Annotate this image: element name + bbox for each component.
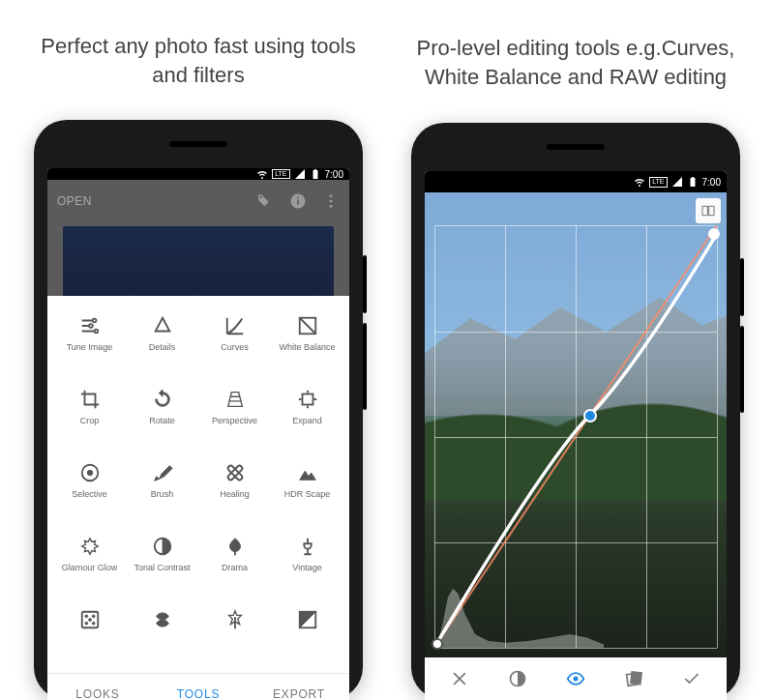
svg-rect-29 <box>631 672 641 685</box>
network-label: LTE <box>649 177 667 187</box>
tool-healing[interactable]: Healing <box>198 458 271 526</box>
curve-node-highlight[interactable] <box>708 228 720 240</box>
tool-label: Perspective <box>212 416 257 425</box>
promo-column-right: Pro-level editing tools e.g.Curves, Whit… <box>402 19 750 700</box>
tab-export[interactable]: EXPORT <box>249 674 349 700</box>
tool-glamour-glow[interactable]: Glamour Glow <box>53 532 126 599</box>
tool-label: Glamour Glow <box>62 563 118 572</box>
battery-icon <box>310 168 321 180</box>
tool-label: Tonal Contrast <box>134 563 190 572</box>
tool-label: Brush <box>151 489 174 499</box>
tab-looks[interactable]: LOOKS <box>47 674 148 700</box>
tool-label: Crop <box>80 416 100 425</box>
caption-right: Pro-level editing tools e.g.Curves, Whit… <box>402 19 750 105</box>
tool-label: Vintage <box>292 563 321 572</box>
tool-label: Expand <box>292 416 322 425</box>
svg-point-5 <box>330 205 333 208</box>
overflow-menu-icon[interactable] <box>322 192 340 210</box>
tool-details[interactable]: Details <box>126 311 198 379</box>
network-label: LTE <box>272 169 289 179</box>
svg-point-4 <box>330 200 333 203</box>
svg-point-3 <box>330 194 333 197</box>
clock: 7:00 <box>702 177 721 188</box>
tool-grunge[interactable] <box>198 605 271 673</box>
channel-luminance-button[interactable] <box>489 669 547 688</box>
curves-toolbar <box>425 657 727 700</box>
svg-point-19 <box>84 622 87 625</box>
tool-label: HDR Scape <box>284 489 331 499</box>
svg-rect-10 <box>302 394 313 405</box>
tool-curves[interactable]: Curves <box>198 311 271 379</box>
tool-label: Rotate <box>149 416 175 425</box>
tool-bw[interactable] <box>271 605 343 673</box>
styles-button[interactable] <box>605 669 663 688</box>
svg-point-27 <box>574 677 579 682</box>
svg-point-18 <box>92 615 95 618</box>
tool-crop[interactable]: Crop <box>53 385 126 452</box>
tool-retrolux[interactable] <box>126 605 198 673</box>
curves-editor[interactable] <box>425 192 727 657</box>
open-button[interactable]: OPEN <box>57 194 92 208</box>
tool-label: Drama <box>222 563 248 572</box>
tool-tonal-contrast[interactable]: Tonal Contrast <box>126 532 198 599</box>
caption-left: Perfect any photo fast using tools and f… <box>24 19 372 102</box>
svg-point-6 <box>92 319 96 323</box>
svg-rect-23 <box>702 207 707 216</box>
check-icon <box>682 669 701 688</box>
tool-rotate[interactable]: Rotate <box>126 385 198 452</box>
bottom-tabs: LOOKS TOOLS EXPORT <box>47 673 349 700</box>
tool-selective[interactable]: Selective <box>53 458 126 526</box>
phone-frame-left: LTE 7:00 OPEN <box>34 120 363 700</box>
tab-tools[interactable]: TOOLS <box>148 674 249 700</box>
compare-button[interactable] <box>696 198 721 223</box>
contrast-icon <box>508 669 527 688</box>
tool-drama[interactable]: Drama <box>198 532 271 599</box>
wifi-icon <box>256 168 268 180</box>
eye-icon <box>566 669 585 688</box>
preview-button[interactable] <box>547 669 605 688</box>
svg-rect-24 <box>709 207 714 216</box>
tool-perspective[interactable]: Perspective <box>198 385 271 452</box>
svg-point-12 <box>87 470 93 476</box>
promo-column-left: Perfect any photo fast using tools and f… <box>24 19 372 700</box>
phone-frame-right: LTE 7:00 <box>411 123 740 700</box>
tools-grid: Tune Image Details Curves White Balance … <box>47 296 349 673</box>
tool-white-balance[interactable]: White Balance <box>271 311 343 379</box>
tool-label: Tune Image <box>67 342 113 352</box>
tools-panel: Tune Image Details Curves White Balance … <box>47 296 349 700</box>
dimmed-background: OPEN <box>47 180 349 296</box>
histogram <box>434 580 604 648</box>
cancel-button[interactable] <box>431 669 489 688</box>
tool-tune-image[interactable]: Tune Image <box>53 311 126 379</box>
clock: 7:00 <box>325 169 343 180</box>
svg-point-8 <box>94 330 98 334</box>
svg-point-20 <box>92 622 95 625</box>
tool-label: Healing <box>220 489 250 499</box>
compare-icon <box>700 203 716 219</box>
svg-point-17 <box>84 615 87 618</box>
close-icon <box>450 669 469 688</box>
tool-label: White Balance <box>279 342 335 352</box>
cards-icon <box>624 669 643 688</box>
svg-rect-2 <box>297 197 299 199</box>
tool-vintage[interactable]: Vintage <box>271 532 343 599</box>
tool-grainy-film[interactable] <box>53 605 126 673</box>
battery-icon <box>687 176 699 188</box>
status-bar: LTE 7:00 <box>47 168 349 180</box>
svg-point-7 <box>89 324 93 328</box>
curve-node-shadow[interactable] <box>432 638 443 650</box>
tool-expand[interactable]: Expand <box>271 385 343 452</box>
tool-label: Details <box>149 342 176 352</box>
curve-node-mid[interactable] <box>583 409 597 423</box>
tool-label: Selective <box>72 489 107 499</box>
tool-hdr-scape[interactable]: HDR Scape <box>271 458 343 526</box>
curves-canvas[interactable] <box>434 225 717 648</box>
styles-icon[interactable] <box>256 192 274 210</box>
status-bar: LTE 7:00 <box>425 171 727 192</box>
signal-icon <box>294 168 306 180</box>
tool-label: Curves <box>221 342 249 352</box>
tool-brush[interactable]: Brush <box>126 458 198 526</box>
info-icon[interactable] <box>289 192 307 210</box>
signal-icon <box>671 176 683 188</box>
confirm-button[interactable] <box>663 669 721 688</box>
